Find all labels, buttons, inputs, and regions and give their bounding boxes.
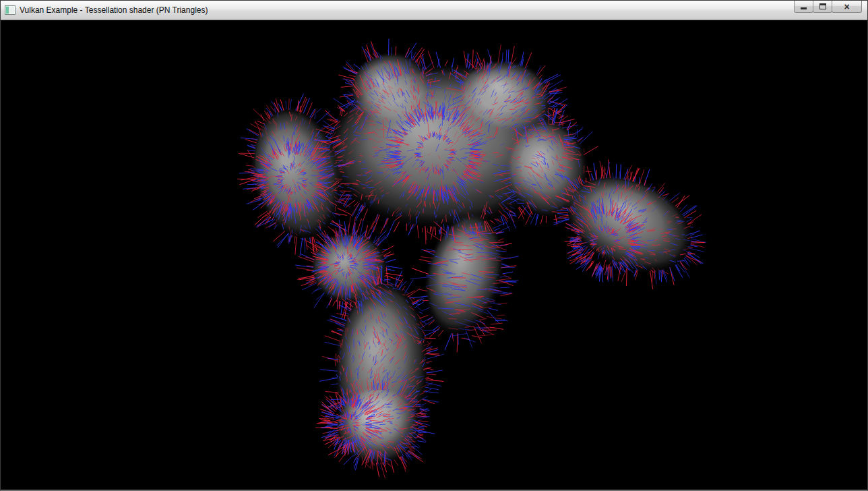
close-icon: × xyxy=(844,2,849,11)
app-icon xyxy=(5,5,16,15)
titlebar[interactable]: Vulkan Example - Tessellation shader (PN… xyxy=(1,1,867,20)
minimize-icon xyxy=(801,7,807,9)
window-controls: × xyxy=(795,1,862,13)
close-button[interactable]: × xyxy=(832,1,862,13)
render-canvas[interactable] xyxy=(1,20,867,490)
maximize-icon xyxy=(819,3,826,9)
maximize-button[interactable] xyxy=(813,1,832,13)
minimize-button[interactable] xyxy=(794,1,813,13)
window-title: Vulkan Example - Tessellation shader (PN… xyxy=(20,5,208,15)
app-window: Vulkan Example - Tessellation shader (PN… xyxy=(0,0,868,491)
